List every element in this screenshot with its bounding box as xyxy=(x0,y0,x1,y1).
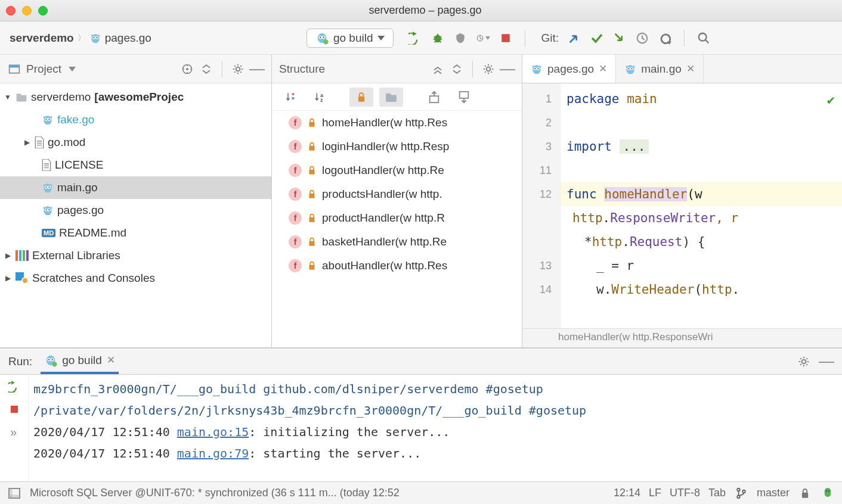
profile-icon[interactable] xyxy=(476,31,490,45)
structure-item[interactable]: f homeHandler(w http.Res xyxy=(272,111,522,135)
go-file-icon xyxy=(42,204,54,216)
undo-icon[interactable] xyxy=(658,31,672,45)
file-link[interactable]: main.go:15 xyxy=(177,425,249,439)
breadcrumb-root[interactable]: serverdemo xyxy=(10,32,74,45)
close-icon[interactable]: ✕ xyxy=(686,63,695,75)
sort-by-type-icon[interactable] xyxy=(279,88,303,107)
editor-breadcrumb[interactable]: homeHandler(w http.ResponseWri xyxy=(522,328,842,347)
git-branch-icon[interactable] xyxy=(734,486,748,500)
disclosure-closed-icon[interactable]: ▶ xyxy=(4,274,12,282)
structure-item[interactable]: f basketHandler(w http.Re xyxy=(272,230,522,254)
expand-all-icon[interactable] xyxy=(431,62,445,76)
indent-settings[interactable]: Tab xyxy=(708,487,726,499)
stop-icon[interactable] xyxy=(499,31,513,45)
rerun-icon[interactable] xyxy=(7,379,21,394)
sort-alpha-icon[interactable]: az xyxy=(309,88,333,107)
run-icon[interactable] xyxy=(408,31,422,45)
run-configuration-select[interactable]: go build xyxy=(307,29,394,48)
editor-area[interactable]: 12311121314 ✔ package main import ... fu… xyxy=(522,83,842,328)
file-encoding[interactable]: UTF-8 xyxy=(670,487,700,499)
tree-file[interactable]: LICENSE xyxy=(0,154,271,176)
git-label: Git: xyxy=(541,32,559,45)
git-commit-icon[interactable] xyxy=(590,31,604,45)
close-icon[interactable]: ✕ xyxy=(599,63,607,75)
minimize-icon[interactable]: — xyxy=(819,354,834,369)
gear-icon[interactable] xyxy=(231,62,245,76)
minimize-icon[interactable]: — xyxy=(250,62,264,76)
tree-file[interactable]: MD README.md xyxy=(0,222,271,244)
file-icon xyxy=(42,159,51,171)
search-icon[interactable] xyxy=(696,31,711,45)
minimize-icon[interactable]: — xyxy=(500,62,515,76)
tool-windows-icon[interactable] xyxy=(7,486,21,500)
caret-position[interactable]: 12:14 xyxy=(614,487,640,499)
chevron-down-icon[interactable] xyxy=(69,67,76,71)
tree-external-libraries[interactable]: ▶ External Libraries xyxy=(0,244,271,267)
project-tree[interactable]: ▼ serverdemo [awesomeProjec fake.go ▶ xyxy=(0,83,271,347)
svg-rect-27 xyxy=(292,97,294,99)
gear-icon[interactable] xyxy=(797,354,811,369)
show-private-icon[interactable] xyxy=(349,88,373,107)
structure-item[interactable]: f loginHandler(w http.Resp xyxy=(272,135,522,158)
maximize-window-icon[interactable] xyxy=(38,6,48,15)
svg-point-23 xyxy=(186,67,188,70)
svg-point-48 xyxy=(742,490,745,493)
lock-icon xyxy=(308,261,316,270)
more-icon[interactable]: » xyxy=(7,425,21,439)
console-line: mz9brcfn_3r0000gn/T/___go_build github.c… xyxy=(33,378,837,400)
svg-point-26 xyxy=(292,92,294,95)
svg-marker-13 xyxy=(413,32,417,36)
structure-list[interactable]: f homeHandler(w http.Resf loginHandler(w… xyxy=(272,111,522,347)
line-separator[interactable]: LF xyxy=(649,487,661,499)
structure-item[interactable]: f productHandler(w http.R xyxy=(272,206,522,230)
breadcrumb-file[interactable]: pages.go xyxy=(89,32,151,45)
disclosure-open-icon[interactable]: ▼ xyxy=(4,93,12,101)
tree-file[interactable]: fake.go xyxy=(0,108,271,131)
structure-item[interactable]: f productsHandler(w http. xyxy=(272,182,522,206)
close-icon[interactable]: ✕ xyxy=(107,354,115,366)
disclosure-closed-icon[interactable]: ▶ xyxy=(4,251,12,260)
show-packages-icon[interactable] xyxy=(379,88,403,107)
disclosure-closed-icon[interactable]: ▶ xyxy=(23,138,31,147)
editor-tab-active[interactable]: pages.go ✕ xyxy=(522,55,616,83)
structure-item[interactable]: f logoutHandler(w http.Re xyxy=(272,158,522,182)
git-push-icon[interactable] xyxy=(612,31,627,45)
svg-marker-41 xyxy=(11,381,15,385)
run-tab[interactable]: go build ✕ xyxy=(41,349,119,374)
run-tool-window: Run: go build ✕ — » mz9brcfn_3r0000gn/T/… xyxy=(0,348,842,481)
coverage-icon[interactable] xyxy=(453,31,468,45)
tree-file[interactable]: ▶ go.mod xyxy=(0,131,271,154)
tree-scratches[interactable]: ▶ Scratches and Consoles xyxy=(0,267,271,290)
tree-root[interactable]: ▼ serverdemo [awesomeProjec xyxy=(0,86,271,108)
structure-item[interactable]: f aboutHandler(w http.Res xyxy=(272,254,522,278)
inspection-ok-icon[interactable]: ✔ xyxy=(827,88,835,112)
macos-titlebar: serverdemo – pages.go xyxy=(0,0,842,21)
tree-file-selected[interactable]: main.go xyxy=(0,176,271,199)
select-opened-icon[interactable] xyxy=(180,62,194,76)
project-view-icon[interactable] xyxy=(7,62,21,76)
tree-file[interactable]: pages.go xyxy=(0,199,271,222)
editor-code[interactable]: ✔ package main import ... func homeHandl… xyxy=(561,83,842,328)
file-link[interactable]: main.go:79 xyxy=(177,446,249,461)
stop-icon[interactable] xyxy=(7,402,21,416)
minimize-window-icon[interactable] xyxy=(22,6,32,15)
editor-tab[interactable]: main.go ✕ xyxy=(616,55,704,83)
gear-icon[interactable] xyxy=(481,62,496,76)
project-panel-header: Project — xyxy=(0,55,271,83)
close-window-icon[interactable] xyxy=(6,6,16,15)
function-badge-icon: f xyxy=(289,235,302,248)
tree-label: Scratches and Consoles xyxy=(32,272,155,285)
collapse-all-icon[interactable] xyxy=(450,62,464,76)
debug-icon[interactable] xyxy=(431,31,445,45)
git-pull-icon[interactable] xyxy=(567,31,581,45)
run-console[interactable]: mz9brcfn_3r0000gn/T/___go_build github.c… xyxy=(29,375,842,481)
readonly-icon[interactable] xyxy=(798,486,812,500)
git-branch-name[interactable]: master xyxy=(757,487,790,499)
autoscroll-to-source-icon[interactable] xyxy=(422,88,446,107)
expand-all-icon[interactable] xyxy=(199,62,213,76)
git-history-icon[interactable] xyxy=(635,31,649,45)
svg-text:z: z xyxy=(320,97,323,103)
memory-indicator-icon[interactable] xyxy=(821,486,835,500)
autoscroll-from-source-icon[interactable] xyxy=(452,88,476,107)
navigation-toolbar: serverdemo 〉 pages.go go build Git: xyxy=(0,21,842,55)
